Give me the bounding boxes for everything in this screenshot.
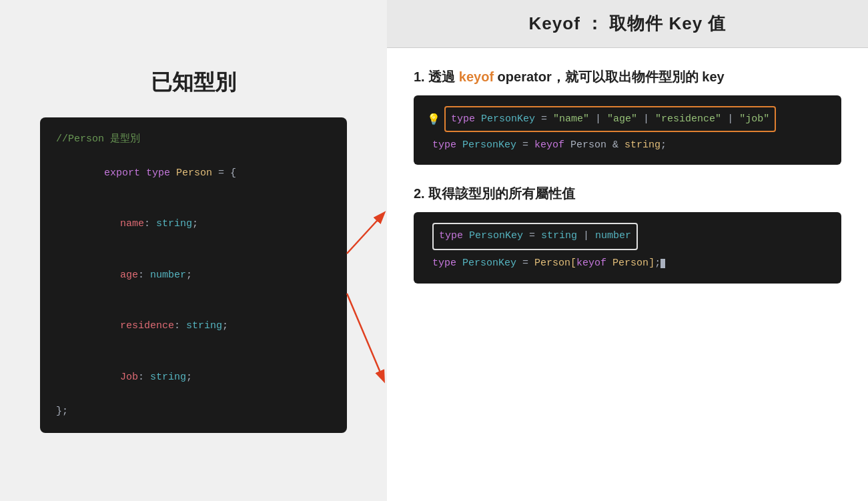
op-3: = (523, 230, 541, 241)
person-ref-2: Person (612, 258, 648, 269)
kw-keyof-4: keyof (576, 258, 606, 269)
page-title: Keyof ： 取物件 Key 值 (407, 12, 848, 35)
code-highlighted-row-1: 💡 type PersonKey = "name" | "age" | "res… (427, 106, 828, 135)
svg-line-2 (347, 213, 384, 254)
pipe-3: | (577, 230, 595, 241)
code-prop-name: name: string; (56, 199, 331, 250)
code-prop-job: Job: string; (56, 352, 331, 403)
type-name-2: PersonKey (462, 139, 516, 151)
op-4: = (516, 258, 534, 269)
code-line-3-row: type PersonKey = string | number (427, 223, 828, 253)
svg-line-3 (347, 294, 384, 380)
bracket-open: [ (570, 258, 576, 269)
section-1-keyword: keyof (459, 69, 494, 84)
code-prop-residence: residence: string; (56, 301, 331, 352)
right-panel: Keyof ： 取物件 Key 值 1. 透過 keyof operator，就… (387, 0, 868, 501)
bracket-close: ] (648, 258, 655, 269)
section-1-prefix: 1. 透過 (414, 69, 459, 84)
white-2: Person & (564, 139, 624, 151)
kw-type-2: type (432, 139, 462, 151)
section-1: 1. 透過 keyof operator，就可以取出物件型別的 key 💡 ty… (414, 68, 841, 165)
code-line-2-row: type PersonKey = keyof Person & string; (427, 135, 828, 154)
number-type: number (595, 230, 631, 241)
highlighted-code-line-1: type PersonKey = "name" | "age" | "resid… (444, 106, 776, 132)
white-4 (606, 258, 612, 269)
right-content: 1. 透過 keyof operator，就可以取出物件型別的 key 💡 ty… (387, 48, 868, 304)
section-2-title: 2. 取得該型別的所有屬性值 (414, 185, 841, 203)
section-2-code: type PersonKey = string | number type Pe… (414, 212, 841, 284)
section-1-code: 💡 type PersonKey = "name" | "age" | "res… (414, 95, 841, 165)
type-name-4: PersonKey (462, 258, 516, 269)
op-2: = (516, 139, 534, 151)
left-panel: 已知型別 //Person 是型別 export type Person = {… (0, 0, 387, 501)
left-title: 已知型別 (151, 68, 236, 97)
person-ref: Person (534, 258, 570, 269)
section-2: 2. 取得該型別的所有屬性值 type PersonKey = string |… (414, 185, 841, 284)
code-closing: }; (56, 403, 331, 420)
code-comment: //Person 是型別 (56, 131, 331, 148)
type-name-3: PersonKey (469, 230, 523, 241)
highlighted-code-line-3: type PersonKey = string | number (432, 223, 638, 250)
code-line-export: export type Person = { (56, 147, 331, 199)
builtin-2: string (624, 139, 661, 151)
string-type: string (541, 230, 577, 241)
semicol-4: ; (655, 258, 661, 269)
kw-keyof-2: keyof (534, 139, 564, 151)
bulb-icon: 💡 (427, 111, 440, 130)
section-1-suffix: operator，就可以取出物件型別的 key (494, 69, 725, 84)
section-1-title: 1. 透過 keyof operator，就可以取出物件型別的 key (414, 68, 841, 86)
semicol-2: ; (661, 139, 667, 151)
kw-type-3: type (439, 230, 469, 241)
left-code-block: //Person 是型別 export type Person = { name… (40, 117, 347, 434)
kw-type-4: type (432, 258, 462, 269)
code-line-4-row: type PersonKey = Person[keyof Person];| (427, 253, 828, 274)
code-prop-age: age: number; (56, 249, 331, 301)
cursor: | (661, 259, 665, 268)
right-header: Keyof ： 取物件 Key 值 (387, 0, 868, 48)
section-2-label: 2. 取得該型別的所有屬性值 (414, 186, 575, 201)
